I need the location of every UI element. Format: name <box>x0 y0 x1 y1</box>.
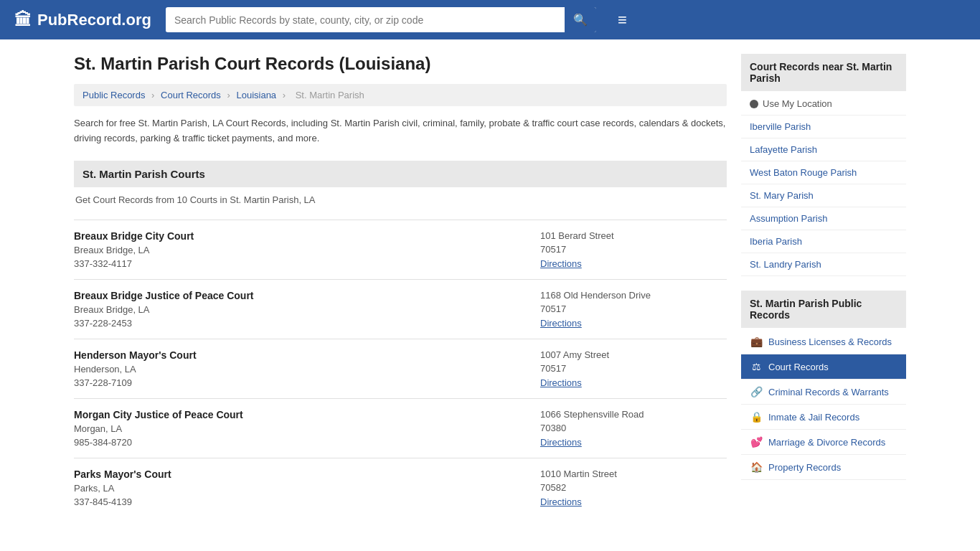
nearby-section-title: Court Records near St. Martin Parish <box>741 54 906 91</box>
record-icon: 💕 <box>750 436 763 448</box>
search-bar: 🔍 <box>166 7 596 32</box>
records-section-title: St. Martin Parish Public Records <box>741 291 906 328</box>
header: 🏛 PubRecord.org 🔍 ≡ <box>0 0 980 39</box>
breadcrumb-court-records[interactable]: Court Records <box>161 90 221 100</box>
directions-link[interactable]: Directions <box>540 437 582 448</box>
courts-section-header: St. Martin Parish Courts <box>74 161 727 187</box>
nearby-list-item[interactable]: Assumption Parish <box>741 207 906 230</box>
record-label[interactable]: Business Licenses & Records <box>768 336 892 347</box>
court-left: Breaux Bridge Justice of Peace Court Bre… <box>74 290 540 329</box>
use-my-location[interactable]: Use My Location <box>741 93 906 116</box>
court-name: Morgan City Justice of Peace Court <box>74 409 540 420</box>
court-right: 1010 Martin Street 70582 Directions <box>540 468 727 507</box>
court-phone: 985-384-8720 <box>74 437 540 448</box>
record-label[interactable]: Property Records <box>768 462 841 473</box>
content-area: St. Martin Parish Court Records (Louisia… <box>74 54 727 517</box>
court-entry: Breaux Bridge Justice of Peace Court Bre… <box>74 279 727 339</box>
breadcrumb-current: St. Martin Parish <box>296 90 364 100</box>
use-my-location-label: Use My Location <box>763 98 832 109</box>
court-city: Morgan, LA <box>74 423 540 434</box>
logo-text: PubRecord.org <box>37 11 151 29</box>
court-address: 1007 Amy Street <box>540 349 727 360</box>
court-phone: 337-228-7109 <box>74 377 540 388</box>
sidebar-record-item[interactable]: 🔒 Inmate & Jail Records <box>741 405 906 430</box>
nearby-list-item[interactable]: Iberville Parish <box>741 116 906 138</box>
court-city: Henderson, LA <box>74 364 540 375</box>
court-zip: 70517 <box>540 303 727 314</box>
page-description: Search for free St. Martin Parish, LA Co… <box>74 116 727 146</box>
nearby-list-item[interactable]: Iberia Parish <box>741 230 906 253</box>
court-left: Morgan City Justice of Peace Court Morga… <box>74 409 540 448</box>
sidebar-record-item[interactable]: 🏠 Property Records <box>741 455 906 480</box>
court-right: 1168 Old Henderson Drive 70517 Direction… <box>540 290 727 329</box>
record-label[interactable]: Court Records <box>768 362 829 372</box>
court-left: Breaux Bridge City Court Breaux Bridge, … <box>74 230 540 269</box>
record-label[interactable]: Marriage & Divorce Records <box>768 437 885 448</box>
record-icon: 🔗 <box>750 386 763 397</box>
court-left: Parks Mayor's Court Parks, LA 337-845-41… <box>74 468 540 507</box>
courts-list: Breaux Bridge City Court Breaux Bridge, … <box>74 220 727 517</box>
court-phone: 337-845-4139 <box>74 496 540 507</box>
court-city: Breaux Bridge, LA <box>74 245 540 255</box>
court-address: 1010 Martin Street <box>540 468 727 479</box>
sidebar-record-item[interactable]: 💼 Business Licenses & Records <box>741 329 906 354</box>
directions-link[interactable]: Directions <box>540 258 582 269</box>
court-zip: 70517 <box>540 244 727 255</box>
directions-link[interactable]: Directions <box>540 377 582 388</box>
location-dot-icon <box>750 100 758 108</box>
court-address: 101 Berard Street <box>540 230 727 241</box>
main-container: St. Martin Parish Court Records (Louisia… <box>60 39 920 532</box>
search-button[interactable]: 🔍 <box>565 7 596 32</box>
court-right: 1066 Stephensville Road 70380 Directions <box>540 409 727 448</box>
court-right: 101 Berard Street 70517 Directions <box>540 230 727 269</box>
sidebar: Court Records near St. Martin Parish Use… <box>741 54 906 517</box>
court-entry: Parks Mayor's Court Parks, LA 337-845-41… <box>74 458 727 517</box>
sidebar-record-item[interactable]: 🔗 Criminal Records & Warrants <box>741 380 906 405</box>
record-icon: 🔒 <box>750 411 763 423</box>
nearby-list-item[interactable]: West Baton Rouge Parish <box>741 161 906 184</box>
menu-icon[interactable]: ≡ <box>618 11 627 29</box>
record-label[interactable]: Criminal Records & Warrants <box>768 387 889 397</box>
sidebar-record-item[interactable]: ⚖ Court Records <box>741 354 906 380</box>
record-icon: ⚖ <box>750 361 763 372</box>
nearby-list-item[interactable]: St. Landry Parish <box>741 253 906 276</box>
court-phone: 337-332-4117 <box>74 258 540 269</box>
record-icon: 💼 <box>750 336 763 347</box>
court-left: Henderson Mayor's Court Henderson, LA 33… <box>74 349 540 388</box>
record-icon: 🏠 <box>750 461 763 473</box>
directions-link[interactable]: Directions <box>540 496 582 507</box>
court-name: Henderson Mayor's Court <box>74 349 540 361</box>
sidebar-record-item[interactable]: 💕 Marriage & Divorce Records <box>741 430 906 455</box>
directions-link[interactable]: Directions <box>540 318 582 329</box>
records-list: 💼 Business Licenses & Records ⚖ Court Re… <box>741 329 906 480</box>
court-entry: Morgan City Justice of Peace Court Morga… <box>74 398 727 458</box>
logo-icon: 🏛 <box>14 10 32 30</box>
court-name: Parks Mayor's Court <box>74 468 540 480</box>
court-entry: Henderson Mayor's Court Henderson, LA 33… <box>74 339 727 398</box>
court-right: 1007 Amy Street 70517 Directions <box>540 349 727 388</box>
search-input[interactable] <box>166 9 565 32</box>
page-title: St. Martin Parish Court Records (Louisia… <box>74 54 727 74</box>
record-label[interactable]: Inmate & Jail Records <box>768 412 859 423</box>
courts-section-sub: Get Court Records from 10 Courts in St. … <box>74 194 727 205</box>
nearby-list-item[interactable]: St. Mary Parish <box>741 184 906 207</box>
site-logo[interactable]: 🏛 PubRecord.org <box>14 10 151 30</box>
breadcrumb-louisiana[interactable]: Louisiana <box>236 90 276 100</box>
breadcrumb-public-records[interactable]: Public Records <box>83 90 145 100</box>
court-zip: 70517 <box>540 363 727 374</box>
court-phone: 337-228-2453 <box>74 318 540 329</box>
nearby-list-item[interactable]: Lafayette Parish <box>741 138 906 161</box>
court-entry: Breaux Bridge City Court Breaux Bridge, … <box>74 220 727 279</box>
breadcrumb: Public Records › Court Records › Louisia… <box>74 84 727 106</box>
court-city: Parks, LA <box>74 483 540 494</box>
court-address: 1066 Stephensville Road <box>540 409 727 420</box>
court-city: Breaux Bridge, LA <box>74 304 540 315</box>
court-name: Breaux Bridge City Court <box>74 230 540 242</box>
court-zip: 70380 <box>540 423 727 433</box>
court-zip: 70582 <box>540 482 727 493</box>
court-name: Breaux Bridge Justice of Peace Court <box>74 290 540 301</box>
nearby-list: Iberville ParishLafayette ParishWest Bat… <box>741 116 906 276</box>
court-address: 1168 Old Henderson Drive <box>540 290 727 301</box>
